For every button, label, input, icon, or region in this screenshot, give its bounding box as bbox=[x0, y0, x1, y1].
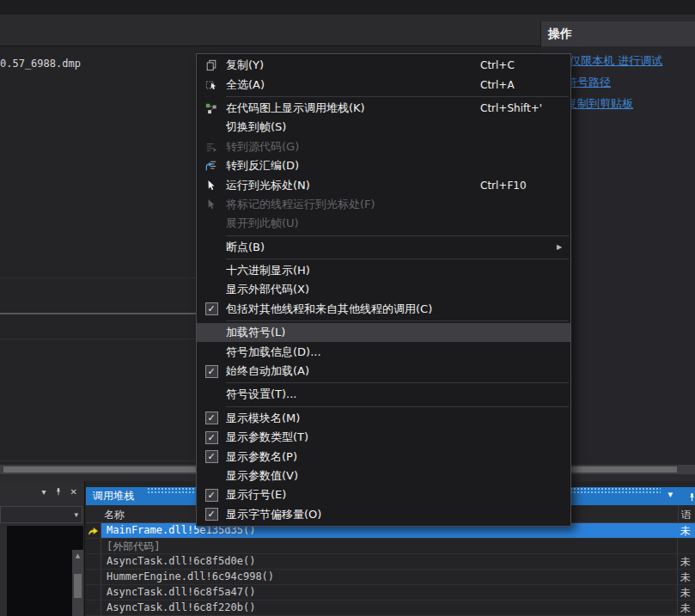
column-header-name[interactable]: 名称 bbox=[104, 508, 125, 522]
current-frame-icon bbox=[88, 526, 99, 536]
close-icon[interactable]: ✕ bbox=[70, 488, 77, 497]
checkmark-icon: ✓ bbox=[205, 508, 218, 521]
menu-item[interactable]: 符号加载信息(D)... bbox=[197, 342, 570, 361]
menu-item-label: 包括对其他线程和来自其他线程的调用(C) bbox=[226, 302, 480, 317]
menu-separator bbox=[226, 382, 569, 383]
menu-separator bbox=[226, 406, 569, 407]
menu-item[interactable]: ✓显示参数类型(T) bbox=[197, 428, 570, 447]
menu-item-label: 展开到此帧(U) bbox=[226, 216, 480, 231]
menu-item-gutter bbox=[197, 160, 226, 172]
call-stack-title: 调用堆栈 bbox=[93, 489, 134, 503]
title-strip bbox=[0, 0, 695, 15]
row-gutter bbox=[86, 539, 101, 553]
checkmark-icon: ✓ bbox=[205, 412, 218, 424]
goto-source-icon bbox=[205, 141, 217, 153]
menu-item[interactable]: 复制(Y)Ctrl+C bbox=[197, 56, 570, 75]
menu-item[interactable]: 显示参数值(V) bbox=[197, 467, 570, 485]
menu-item[interactable]: 加载符号(L) bbox=[197, 323, 570, 342]
menu-item-gutter: ✓ bbox=[197, 412, 226, 424]
menu-item-label: 十六进制显示(H) bbox=[226, 263, 480, 278]
column-header-language[interactable]: 语 bbox=[681, 508, 692, 522]
vertical-scrollbar[interactable]: ▲ bbox=[72, 550, 83, 616]
menu-item-label: 显示参数名(P) bbox=[226, 449, 480, 465]
pin-icon[interactable] bbox=[54, 487, 63, 498]
column-divider bbox=[677, 554, 678, 569]
menu-item-label: 转到源代码(G) bbox=[226, 139, 480, 155]
menu-item-gutter bbox=[197, 180, 226, 192]
menu-item-label: 显示参数值(V) bbox=[226, 468, 480, 484]
menu-item[interactable]: 运行到光标处(N)Ctrl+F10 bbox=[197, 175, 570, 194]
pin-icon[interactable] bbox=[687, 490, 695, 506]
row-gutter bbox=[86, 523, 101, 538]
row-gutter bbox=[86, 570, 101, 584]
call-stack-row[interactable]: [外部代码] bbox=[86, 539, 695, 554]
menu-item-gutter bbox=[197, 141, 226, 153]
menu-item-label: 显示字节偏移量(O) bbox=[226, 507, 480, 522]
checkmark-icon: ✓ bbox=[205, 450, 218, 463]
menu-item: 展开到此帧(U) bbox=[197, 214, 570, 233]
call-stack-row[interactable]: AsyncTask.dll!6c8f220b()未 bbox=[86, 601, 695, 616]
menu-item-label: 在代码图上显示调用堆栈(K) bbox=[226, 101, 480, 116]
chevron-down-icon[interactable]: ▾ bbox=[42, 488, 46, 497]
menu-item-label: 显示行号(E) bbox=[226, 487, 480, 503]
column-divider bbox=[677, 601, 678, 615]
menu-item: 将标记的线程运行到光标处(F) bbox=[197, 195, 570, 214]
vs-debugger-window: 0.57_6988.dmp 使用 仅限本机 进行调试 设置符号路径 全部复制到剪… bbox=[0, 0, 695, 616]
menu-item[interactable]: 切换到帧(S) bbox=[197, 118, 570, 137]
left-panel-content-corner bbox=[72, 526, 83, 550]
menu-item-label: 复制(Y) bbox=[226, 58, 480, 73]
menu-item-label: 断点(B) bbox=[226, 240, 480, 255]
menu-item[interactable]: 全选(A)Ctrl+A bbox=[197, 75, 570, 94]
disassembly-icon bbox=[205, 160, 217, 172]
select-all-icon bbox=[205, 79, 217, 91]
menu-item[interactable]: 在代码图上显示调用堆栈(K)Ctrl+Shift+' bbox=[197, 99, 570, 118]
context-menu: 复制(Y)Ctrl+C全选(A)Ctrl+A在代码图上显示调用堆栈(K)Ctrl… bbox=[196, 53, 571, 527]
menu-item-shortcut: Ctrl+A bbox=[480, 79, 557, 91]
menu-item-gutter bbox=[197, 79, 226, 91]
menu-item[interactable]: 十六进制显示(H) bbox=[197, 261, 570, 280]
menu-item[interactable]: 显示外部代码(X) bbox=[197, 280, 570, 299]
menu-item[interactable]: 符号设置(T)... bbox=[197, 385, 570, 404]
menu-item[interactable]: ✓显示行号(E) bbox=[197, 485, 570, 504]
menu-separator bbox=[226, 259, 569, 259]
run-to-cursor-icon bbox=[205, 180, 217, 192]
scroll-up-icon[interactable]: ▲ bbox=[72, 550, 83, 561]
code-map-icon bbox=[205, 102, 217, 114]
menu-separator bbox=[226, 96, 569, 97]
menu-item-label: 符号设置(T)... bbox=[226, 387, 480, 402]
call-stack-row[interactable]: HummerEngine.dll!6c94c998()未 bbox=[86, 570, 695, 585]
menu-item-shortcut: Ctrl+F10 bbox=[480, 180, 557, 192]
menu-item-label: 将标记的线程运行到光标处(F) bbox=[226, 197, 480, 212]
menu-item-label: 全选(A) bbox=[226, 77, 480, 93]
menu-item[interactable]: ✓显示模块名(M) bbox=[197, 409, 570, 428]
checkmark-icon: ✓ bbox=[205, 431, 218, 444]
left-panel-dropdown[interactable]: ▾ bbox=[0, 506, 82, 523]
run-to-cursor-dim-icon bbox=[205, 198, 217, 210]
frame-language: 未 bbox=[680, 586, 691, 601]
call-stack-row[interactable]: AsyncTask.dll!6c8f5a47()未 bbox=[86, 585, 695, 601]
menu-item[interactable]: ✓包括对其他线程和来自其他线程的调用(C) bbox=[197, 300, 570, 319]
chevron-down-icon[interactable]: ▾ bbox=[668, 489, 673, 500]
menu-item[interactable]: ✓始终自动加载(A) bbox=[197, 362, 570, 381]
row-gutter bbox=[86, 585, 101, 600]
column-divider bbox=[677, 585, 678, 600]
column-divider[interactable] bbox=[678, 505, 679, 523]
vertical-scrollbar-thumb[interactable] bbox=[74, 574, 82, 598]
left-tool-panel: ▾ ✕ ▾ ▲ bbox=[0, 481, 84, 616]
menu-item[interactable]: 转到反汇编(D) bbox=[197, 156, 570, 175]
menu-item-gutter: ✓ bbox=[197, 365, 226, 378]
menu-item-gutter bbox=[197, 198, 226, 210]
menu-item[interactable]: ✓显示参数名(P) bbox=[197, 447, 570, 466]
menu-item-label: 始终自动加载(A) bbox=[226, 363, 480, 379]
call-stack-rows: MainFrame.dll!5e135d35()未[外部代码]AsyncTask… bbox=[86, 523, 695, 616]
menu-item-gutter: ✓ bbox=[197, 431, 226, 444]
column-divider bbox=[677, 539, 678, 553]
menu-item[interactable]: ✓显示字节偏移量(O) bbox=[197, 505, 570, 524]
frame-language: 未 bbox=[680, 524, 691, 539]
frame-name: AsyncTask.dll!6c8f5d0e() bbox=[107, 555, 255, 567]
left-panel-content bbox=[7, 526, 72, 616]
actions-panel-title: 操作 bbox=[548, 27, 572, 42]
menu-item[interactable]: 断点(B)▶ bbox=[197, 238, 570, 257]
call-stack-row[interactable]: AsyncTask.dll!6c8f5d0e()未 bbox=[86, 554, 695, 570]
frame-language: 未 bbox=[680, 555, 691, 570]
